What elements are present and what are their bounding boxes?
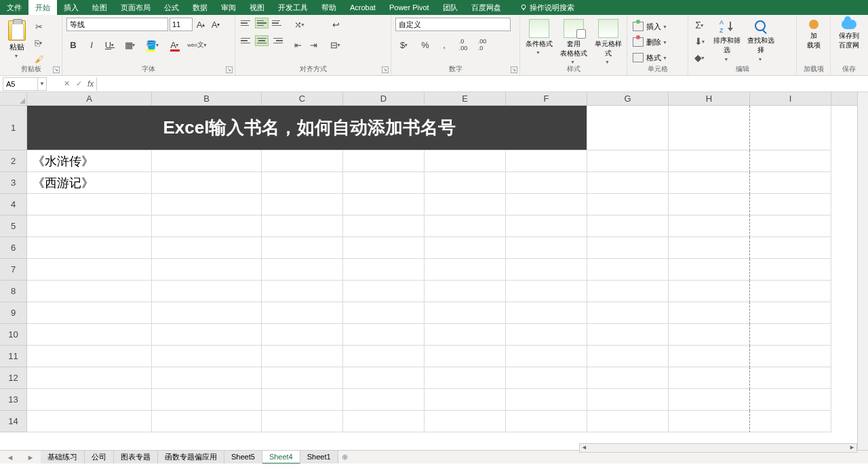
cell-I1[interactable]: [750, 106, 831, 150]
cell-F14[interactable]: [506, 411, 587, 432]
cell-G12[interactable]: [587, 367, 669, 389]
cell-E9[interactable]: [425, 302, 506, 324]
tab-data[interactable]: 数据: [186, 0, 214, 15]
fill-color-button[interactable]: 🪣▼: [144, 38, 161, 52]
decrease-indent-button[interactable]: ⇤: [291, 38, 304, 52]
tab-team[interactable]: 团队: [436, 0, 465, 15]
align-center-button[interactable]: [255, 35, 269, 46]
fill-button[interactable]: ⬇▼: [692, 34, 707, 49]
tab-developer[interactable]: 开发工具: [271, 0, 315, 15]
cell-C8[interactable]: [262, 281, 343, 302]
cell-G8[interactable]: [587, 281, 669, 302]
cell-F12[interactable]: [506, 367, 587, 389]
row-header-11[interactable]: 11: [0, 346, 27, 367]
fx-icon[interactable]: fx: [85, 79, 96, 89]
cell-D8[interactable]: [343, 281, 425, 302]
cell-B7[interactable]: [152, 259, 262, 281]
cell-A1-merged[interactable]: Excel输入书名，如何自动添加书名号: [27, 106, 587, 150]
delete-cells-button[interactable]: 删除▼: [631, 35, 684, 49]
cell-C3[interactable]: [262, 172, 343, 194]
copy-button[interactable]: ⎘▼: [33, 37, 45, 49]
cell-A3[interactable]: 《西游记》: [27, 172, 152, 194]
cell-B10[interactable]: [152, 324, 262, 346]
cell-B11[interactable]: [152, 346, 262, 367]
cell-A6[interactable]: [27, 237, 152, 259]
cell-E2[interactable]: [425, 150, 506, 172]
cell-C11[interactable]: [262, 346, 343, 367]
cell-I10[interactable]: [750, 324, 831, 346]
accounting-format-button[interactable]: $▼: [395, 38, 413, 52]
cell-A13[interactable]: [27, 389, 152, 411]
underline-button[interactable]: U▼: [103, 38, 117, 52]
merge-center-button[interactable]: ⊟▼: [327, 38, 344, 52]
cell-F6[interactable]: [506, 237, 587, 259]
tab-acrobat[interactable]: Acrobat: [343, 0, 382, 15]
addins-button[interactable]: 加 载项: [801, 18, 826, 50]
row-header-9[interactable]: 9: [0, 302, 27, 324]
cell-G9[interactable]: [587, 302, 669, 324]
cell-B2[interactable]: [152, 150, 262, 172]
decrease-decimal-button[interactable]: .00.0: [475, 38, 489, 52]
cell-D7[interactable]: [343, 259, 425, 281]
cell-A5[interactable]: [27, 215, 152, 237]
tab-help[interactable]: 帮助: [315, 0, 343, 15]
cell-H13[interactable]: [669, 389, 750, 411]
cell-H14[interactable]: [669, 411, 750, 432]
cell-F5[interactable]: [506, 215, 587, 237]
cell-styles-button[interactable]: 单元格样式▼: [593, 19, 623, 64]
row-header-8[interactable]: 8: [0, 281, 27, 302]
cell-D10[interactable]: [343, 324, 425, 346]
cell-G7[interactable]: [587, 259, 669, 281]
cell-G10[interactable]: [587, 324, 669, 346]
cell-G6[interactable]: [587, 237, 669, 259]
cell-B5[interactable]: [152, 215, 262, 237]
cell-H6[interactable]: [669, 237, 750, 259]
cell-G1[interactable]: [587, 106, 669, 150]
cell-H8[interactable]: [669, 281, 750, 302]
wrap-text-button[interactable]: ↩: [327, 18, 344, 31]
save-baidu-button[interactable]: 保存到 百度网: [835, 18, 863, 50]
column-header-A[interactable]: A: [27, 92, 152, 105]
cell-B6[interactable]: [152, 237, 262, 259]
insert-cells-button[interactable]: 插入▼: [631, 19, 684, 34]
cell-I2[interactable]: [750, 150, 831, 172]
cell-F3[interactable]: [506, 172, 587, 194]
cell-E10[interactable]: [425, 324, 506, 346]
cell-E11[interactable]: [425, 346, 506, 367]
border-button[interactable]: ▦▼: [121, 38, 139, 52]
sheet-nav-prev[interactable]: ◄: [7, 453, 14, 461]
cell-F4[interactable]: [506, 194, 587, 215]
cell-I4[interactable]: [750, 194, 831, 215]
cell-F13[interactable]: [506, 389, 587, 411]
conditional-format-button[interactable]: 条件格式▼: [524, 19, 553, 64]
cell-F2[interactable]: [506, 150, 587, 172]
cell-C14[interactable]: [262, 411, 343, 432]
orientation-button[interactable]: ⤭▼: [291, 18, 309, 31]
cell-H1[interactable]: [669, 106, 750, 150]
align-top-button[interactable]: [239, 18, 253, 28]
cell-H5[interactable]: [669, 215, 750, 237]
cell-C5[interactable]: [262, 215, 343, 237]
column-header-H[interactable]: H: [669, 92, 750, 105]
column-header-D[interactable]: D: [343, 92, 425, 105]
column-header-I[interactable]: I: [750, 92, 831, 105]
cell-D5[interactable]: [343, 215, 425, 237]
cell-E7[interactable]: [425, 259, 506, 281]
increase-font-button[interactable]: A▴: [194, 18, 208, 31]
cell-B9[interactable]: [152, 302, 262, 324]
cell-G5[interactable]: [587, 215, 669, 237]
name-box-dropdown[interactable]: ▼: [38, 77, 47, 91]
cell-I5[interactable]: [750, 215, 831, 237]
name-box[interactable]: [3, 77, 38, 91]
row-header-3[interactable]: 3: [0, 172, 27, 194]
cell-G14[interactable]: [587, 411, 669, 432]
cell-E13[interactable]: [425, 389, 506, 411]
clear-button[interactable]: ◆▼: [692, 50, 707, 65]
increase-decimal-button[interactable]: .0.00: [456, 38, 470, 52]
cell-A2[interactable]: 《水浒传》: [27, 150, 152, 172]
row-header-10[interactable]: 10: [0, 324, 27, 346]
tab-view[interactable]: 视图: [243, 0, 271, 15]
tab-baidu-disk[interactable]: 百度网盘: [465, 0, 508, 15]
cell-E12[interactable]: [425, 367, 506, 389]
cell-D9[interactable]: [343, 302, 425, 324]
